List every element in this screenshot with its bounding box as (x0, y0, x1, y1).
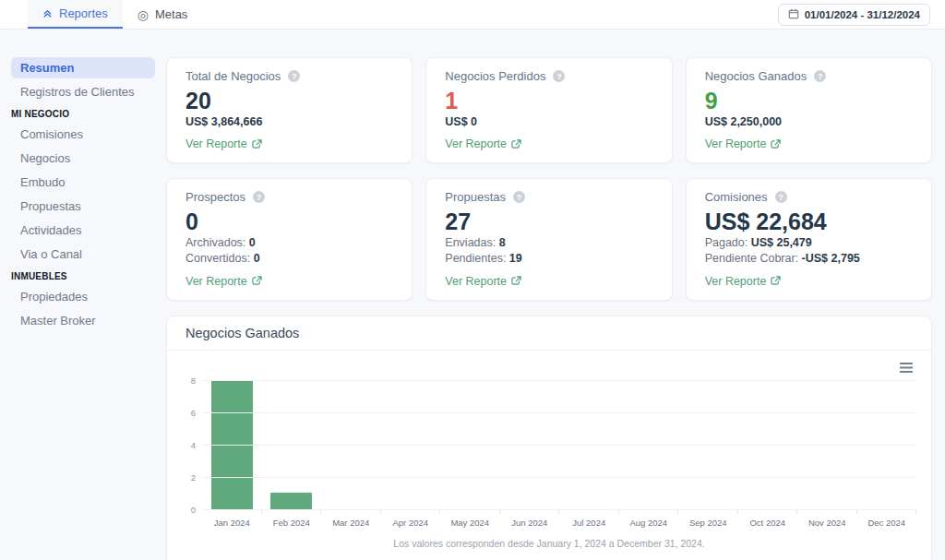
chart-ytick-label: 8 (191, 375, 196, 385)
chart-plot-wrap: 02468 (182, 380, 916, 509)
chart-xaxis: Jan 2024Feb 2024Mar 2024Apr 2024May 2024… (202, 509, 916, 534)
sidebar-item-actividades[interactable]: Actividades (11, 220, 155, 241)
topbar: Reportes ◎ Metas 01/01/2024 - 31/12/2024 (0, 0, 945, 30)
chart-xtick-label: Jun 2024 (500, 510, 560, 534)
help-icon[interactable]: ? (553, 70, 565, 82)
chart-ytick-label: 0 (191, 504, 196, 514)
content: Total de Negocios ? 20 US$ 3,864,666 Ver… (166, 57, 945, 560)
chart-yaxis: 02468 (182, 380, 202, 509)
card-propuestas: Propuestas ? 27 Enviadas: 8 Pendientes: … (425, 178, 672, 300)
chart-title: Negocios Ganados (167, 316, 931, 351)
main-area: Resumen Registros de Clientes MI NEGOCIO… (0, 30, 945, 560)
chart-xtick-label: Nov 2024 (797, 510, 857, 534)
double-chevron-up-icon (42, 8, 53, 18)
negocios-ganados-chart-card: Negocios Ganados 02468 Jan 2024Feb 2024M… (166, 316, 932, 560)
sidebar-section-inmuebles: INMUEBLES (11, 268, 155, 283)
chart-menu-icon[interactable] (898, 358, 915, 378)
chart-xtick-label: Feb 2024 (262, 510, 322, 534)
external-link-icon (252, 139, 262, 149)
sidebar: Resumen Registros de Clientes MI NEGOCIO… (11, 57, 155, 560)
tab-reportes[interactable]: Reportes (28, 0, 123, 29)
ver-reporte-link[interactable]: Ver Reporte (445, 137, 521, 150)
external-link-icon (252, 276, 262, 286)
chart-xtick-label: Jul 2024 (559, 510, 619, 534)
sidebar-item-propuestas[interactable]: Propuestas (11, 196, 155, 217)
sidebar-item-master-broker[interactable]: Master Broker (11, 310, 155, 331)
chart-xtick-label: Sep 2024 (678, 510, 738, 534)
stat-value: 0 (185, 209, 393, 235)
card-title: Total de Negocios (185, 69, 281, 83)
stat-subline: US$ 2,250,000 (705, 114, 913, 130)
stat-subline: US$ 3,864,666 (185, 114, 393, 130)
stat-value: 27 (445, 209, 652, 235)
card-title: Prospectos (185, 190, 245, 204)
chart-gridline (202, 477, 916, 478)
chart-ytick-label: 6 (191, 407, 196, 417)
ver-reporte-link[interactable]: Ver Reporte (705, 137, 782, 150)
help-icon[interactable]: ? (253, 191, 265, 203)
ver-reporte-link[interactable]: Ver Reporte (445, 275, 521, 288)
external-link-icon (771, 276, 781, 286)
card-total-de-negocios: Total de Negocios ? 20 US$ 3,864,666 Ver… (166, 57, 413, 163)
stat-subline: Pendientes: 19 (445, 251, 652, 267)
chart-gridline (202, 445, 916, 446)
card-title: Comisiones (705, 190, 768, 204)
stat-subline: Convertidos: 0 (185, 251, 393, 267)
chart-body: 02468 Jan 2024Feb 2024Mar 2024Apr 2024Ma… (167, 351, 931, 560)
chart-footnote: Los valores corresponden desde January 1… (182, 534, 916, 558)
chart-ytick-label: 2 (191, 471, 196, 482)
ver-reporte-link[interactable]: Ver Reporte (705, 275, 782, 288)
sidebar-item-comisiones[interactable]: Comisiones (11, 124, 155, 145)
sidebar-item-negocios[interactable]: Negocios (11, 148, 155, 169)
sidebar-section-mi-negocio: MI NEGOCIO (11, 106, 155, 121)
date-range-value: 01/01/2024 - 31/12/2024 (805, 9, 920, 20)
sidebar-item-via-o-canal[interactable]: Via o Canal (11, 244, 155, 265)
chart-gridline (202, 412, 916, 413)
stat-value: 20 (185, 89, 393, 114)
card-comisiones: Comisiones ? US$ 22,684 Pagado: US$ 25,4… (686, 178, 932, 300)
external-link-icon (511, 276, 521, 286)
card-negocios-ganados: Negocios Ganados ? 9 US$ 2,250,000 Ver R… (686, 57, 932, 163)
tab-metas-label: Metas (155, 7, 187, 21)
tab-reportes-label: Reportes (59, 6, 108, 20)
stat-subline: Pagado: US$ 25,479 (705, 235, 913, 251)
topbar-spacer (202, 0, 777, 29)
chart-xtick-label: May 2024 (440, 510, 500, 534)
stat-subline: Pendiente Cobrar: -US$ 2,795 (705, 251, 913, 267)
chart-ytick-label: 4 (191, 439, 196, 449)
ver-reporte-link[interactable]: Ver Reporte (185, 275, 262, 288)
card-title: Propuestas (445, 190, 506, 204)
card-prospectos: Prospectos ? 0 Archivados: 0 Convertidos… (166, 178, 413, 300)
chart-xtick-label: Dec 2024 (857, 510, 917, 534)
sidebar-item-registros-de-clientes[interactable]: Registros de Clientes (11, 81, 155, 102)
chart-xtick-label: Aug 2024 (619, 510, 679, 534)
tab-metas[interactable]: ◎ Metas (123, 0, 203, 29)
stat-cards-row-1: Total de Negocios ? 20 US$ 3,864,666 Ver… (166, 57, 932, 163)
external-link-icon (511, 139, 521, 149)
stat-subline: Enviadas: 8 (445, 235, 652, 251)
stat-subline: Archivados: 0 (185, 235, 393, 251)
help-icon[interactable]: ? (288, 70, 300, 82)
card-title: Negocios Perdidos (445, 69, 545, 83)
stat-cards-row-2: Prospectos ? 0 Archivados: 0 Convertidos… (166, 178, 932, 300)
date-range-picker[interactable]: 01/01/2024 - 31/12/2024 (778, 4, 930, 26)
chart-xtick-label: Mar 2024 (321, 510, 381, 534)
chart-bar-feb-2024[interactable] (270, 493, 312, 509)
sidebar-item-resumen[interactable]: Resumen (11, 57, 155, 78)
help-icon[interactable]: ? (513, 191, 525, 203)
sidebar-item-propiedades[interactable]: Propiedades (11, 286, 155, 307)
stat-value: 9 (705, 89, 913, 114)
help-icon[interactable]: ? (814, 70, 826, 82)
stat-value: US$ 22,684 (705, 209, 913, 235)
external-link-icon (771, 139, 781, 149)
card-negocios-perdidos: Negocios Perdidos ? 1 US$ 0 Ver Reporte (425, 57, 672, 163)
stat-value: 1 (445, 89, 652, 114)
chart-plot (202, 380, 916, 509)
ver-reporte-link[interactable]: Ver Reporte (185, 137, 262, 150)
chart-xtick-label: Jan 2024 (202, 510, 262, 534)
help-icon[interactable]: ? (775, 191, 787, 203)
sidebar-item-embudo[interactable]: Embudo (11, 172, 155, 193)
card-title: Negocios Ganados (705, 69, 807, 83)
chart-xtick-label: Apr 2024 (381, 510, 441, 534)
chart-gridline (202, 380, 916, 381)
